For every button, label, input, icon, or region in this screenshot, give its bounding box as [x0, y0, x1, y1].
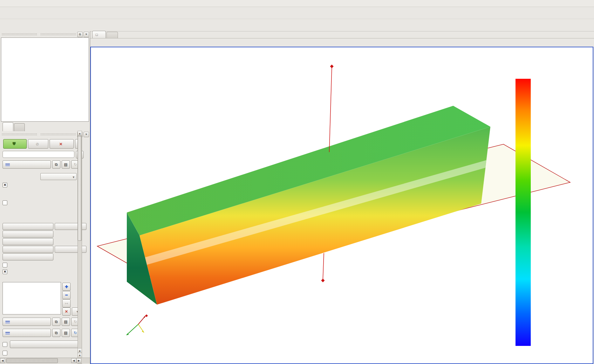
- remove-all-values-icon[interactable]: ✕: [62, 307, 71, 316]
- layout-tab-bar: □: [90, 31, 594, 38]
- scrollbar-thumb[interactable]: [78, 136, 82, 241]
- menu-bar: [0, 0, 594, 7]
- show-plane-row[interactable]: ✕: [3, 183, 10, 187]
- show-plane-checkbox[interactable]: ✕: [3, 183, 7, 187]
- scroll-right-icon[interactable]: ▶: [76, 358, 81, 363]
- slice-type-combo[interactable]: ▼: [40, 173, 77, 180]
- scroll-up-icon[interactable]: ▲: [78, 348, 82, 353]
- filters-toolbar: [0, 19, 594, 31]
- axes-grid-checkbox[interactable]: [3, 342, 7, 347]
- layout-icon: □: [96, 33, 98, 37]
- render-viewport[interactable]: [90, 47, 593, 364]
- sliced-turbo-geometry[interactable]: [127, 106, 490, 305]
- tab-layout-1[interactable]: □: [92, 31, 106, 38]
- paste-view-icon[interactable]: ▤: [62, 329, 70, 337]
- triangulate-checkbox[interactable]: ✕: [3, 269, 7, 274]
- paste-properties-icon[interactable]: ▤: [62, 160, 70, 169]
- range-values-icon[interactable]: ↦: [62, 299, 71, 307]
- color-legend-bar[interactable]: [515, 79, 531, 346]
- section-view-toggle[interactable]: [3, 329, 51, 337]
- new-layout-tab[interactable]: [106, 32, 118, 38]
- reset-camera-to-normal-button[interactable]: [3, 253, 53, 260]
- edit-axes-grid-button[interactable]: [10, 340, 79, 348]
- titlebar-texture: [2, 33, 37, 36]
- left-panel: ⧉ ✕ ⧉ ✕ ⛊ ⊘ ✕: [0, 31, 90, 364]
- triangulate-row[interactable]: ✕: [3, 269, 10, 274]
- render-view-titlebar: [589, 38, 593, 47]
- x-normal-button[interactable]: [3, 223, 53, 230]
- orientation-axes-widget: [126, 314, 148, 335]
- copy-view-icon[interactable]: ⧉: [52, 329, 60, 337]
- snap-checkbox[interactable]: [3, 200, 7, 205]
- scrollbar-thumb[interactable]: [6, 358, 58, 363]
- normal-handle-top[interactable]: [330, 64, 333, 68]
- close-panel-icon[interactable]: ✕: [84, 32, 89, 37]
- section-properties-toggle[interactable]: [3, 160, 51, 169]
- render-view-toolbar: [90, 38, 594, 47]
- section-icon: [5, 163, 10, 166]
- crinkle-row[interactable]: [3, 263, 10, 267]
- scroll-up-icon[interactable]: ▲: [78, 131, 82, 136]
- crinkle-checkbox[interactable]: [3, 263, 7, 267]
- properties-vertical-scrollbar[interactable]: ▲ ▲ ▼: [78, 131, 82, 364]
- copy-properties-icon[interactable]: ⧉: [52, 160, 60, 169]
- paraview-window: ⧉ ✕ ⧉ ✕ ⛊ ⊘ ✕: [0, 0, 594, 364]
- camera-normal-button[interactable]: [3, 246, 53, 253]
- chevron-down-icon: ▼: [72, 176, 75, 179]
- center-axes-row[interactable]: [3, 351, 10, 355]
- section-icon: [5, 320, 10, 323]
- panel-tabs: [0, 123, 90, 131]
- snap-row[interactable]: [3, 200, 10, 205]
- section-icon: [5, 332, 10, 334]
- center-axes-checkbox[interactable]: [3, 351, 7, 355]
- paste-display-icon[interactable]: ▤: [62, 318, 70, 326]
- scroll-left-icon[interactable]: ◀: [0, 358, 5, 363]
- main-toolbar: [0, 7, 594, 19]
- scroll-left-icon[interactable]: ◀: [71, 358, 76, 363]
- view-area: □: [90, 31, 594, 364]
- add-value-icon[interactable]: ✚: [62, 283, 71, 291]
- properties-scroll-area: ⧉ ▤ ↻ ▼ ✕: [0, 131, 90, 364]
- titlebar-texture: [40, 33, 76, 36]
- section-display-header: ⧉ ▤ ↻: [3, 318, 79, 326]
- slice-values-list[interactable]: [3, 282, 61, 314]
- section-view-header: ⧉ ▤ ↻: [3, 329, 79, 337]
- pipeline-browser-titlebar: ⧉ ✕: [0, 31, 90, 37]
- y-normal-button[interactable]: [3, 231, 53, 238]
- edit-axes-grid-row: [3, 340, 79, 348]
- tab-properties[interactable]: [3, 122, 13, 131]
- section-properties-header: ⧉ ▤ ↻: [3, 160, 79, 169]
- section-display-toggle[interactable]: [3, 318, 51, 326]
- x-axis-tip-marker: [145, 314, 148, 317]
- normal-handle-bottom[interactable]: [321, 279, 324, 282]
- copy-display-icon[interactable]: ⧉: [52, 318, 60, 326]
- slice-type-row: ▼: [3, 173, 78, 180]
- properties-horizontal-scrollbar[interactable]: ◀ ◀ ▶: [0, 358, 90, 363]
- tab-information[interactable]: [14, 123, 25, 131]
- remove-value-icon[interactable]: ━: [62, 291, 71, 299]
- y-axis-arrowhead: [142, 330, 144, 333]
- z-normal-button[interactable]: [3, 238, 53, 245]
- pipeline-tree: [1, 37, 89, 122]
- undock-panel-icon[interactable]: ⧉: [77, 32, 83, 37]
- scroll-down-icon[interactable]: ▼: [78, 353, 82, 358]
